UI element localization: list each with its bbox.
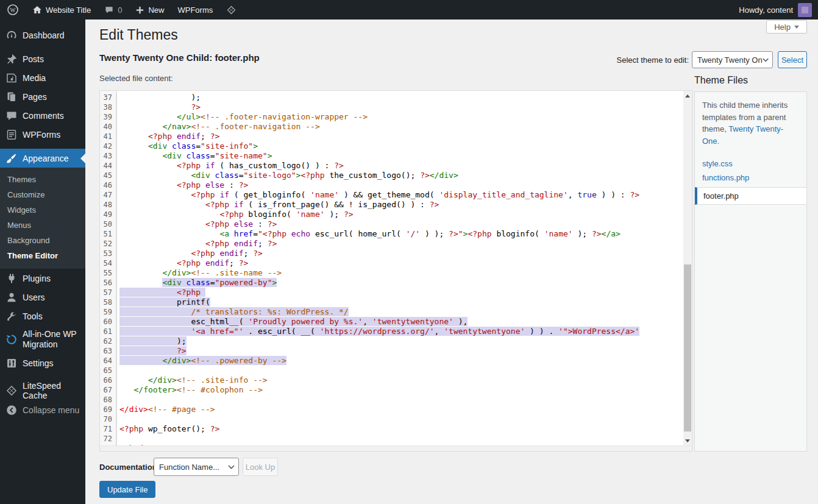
line-number: 48: [100, 200, 116, 210]
code-line[interactable]: 58 printf(: [100, 297, 683, 307]
code-line[interactable]: 49 <?php bloginfo( 'name' ); ?>: [100, 210, 683, 219]
sidebar-item-tools[interactable]: Tools: [0, 307, 85, 325]
theme-file-current-footer-php[interactable]: footer.php: [695, 187, 806, 205]
sidebar-item-users[interactable]: Users: [0, 288, 85, 307]
sidebar-item-pages[interactable]: Pages: [0, 87, 85, 106]
code-text: '<a href="' . esc_url( __( 'https://word…: [116, 327, 639, 336]
code-line[interactable]: 65: [100, 366, 683, 375]
help-button[interactable]: Help: [766, 20, 807, 34]
lookup-button[interactable]: Look Up: [243, 458, 278, 476]
sidebar-item-litespeed-cache[interactable]: LiteSpeed Cache: [0, 381, 85, 400]
sidebar-item-plugins[interactable]: Plugins: [0, 269, 85, 288]
new-content-menu[interactable]: New: [129, 0, 171, 20]
code-content[interactable]: 37 );38 ?>39 </ul><!-- .footer-navigatio…: [100, 93, 683, 446]
submenu-item-theme-editor[interactable]: Theme Editor: [0, 248, 85, 263]
code-line[interactable]: 43 <div class="site-name">: [100, 151, 683, 161]
code-text: <div class="site-logo"><?php the_custom_…: [116, 171, 458, 180]
scroll-up-arrow-icon[interactable]: [683, 91, 692, 99]
sidebar-item-media[interactable]: Media: [0, 68, 85, 87]
code-text: <div class="site-name">: [116, 151, 272, 161]
sidebar-item-collapse-menu[interactable]: Collapse menu: [0, 400, 85, 419]
update-file-button[interactable]: Update File: [99, 481, 155, 498]
code-text: <?php endif; ?>: [116, 258, 248, 268]
code-editor[interactable]: 37 );38 ?>39 </ul><!-- .footer-navigatio…: [99, 90, 692, 452]
sidebar-item-label: Settings: [23, 358, 54, 368]
code-line[interactable]: 64 </div><!-- .powered-by -->: [100, 356, 683, 366]
code-line[interactable]: 68: [100, 395, 683, 405]
sidebar-item-dashboard[interactable]: Dashboard: [0, 26, 85, 44]
code-line[interactable]: 69</div><!-- #page -->: [100, 405, 683, 414]
submenu-item-widgets[interactable]: Widgets: [0, 202, 85, 218]
theme-select[interactable]: Twenty Twenty One: [692, 51, 773, 68]
scrollbar-thumb[interactable]: [684, 264, 691, 431]
code-text: );: [116, 336, 187, 346]
code-line[interactable]: 51 <a href="<?php echo esc_url( home_url…: [100, 229, 683, 239]
code-line[interactable]: 50 <?php else : ?>: [100, 219, 683, 229]
code-line[interactable]: 44 <?php if ( has_custom_logo() ) : ?>: [100, 161, 683, 171]
submenu-item-themes[interactable]: Themes: [0, 172, 85, 187]
wpforms-menu[interactable]: WPForms: [171, 0, 219, 20]
code-line[interactable]: 41 <?php endif; ?>: [100, 132, 683, 141]
select-theme-button[interactable]: Select: [778, 51, 807, 68]
theme-file-link-style-css[interactable]: style.css: [695, 157, 806, 171]
sidebar-item-settings[interactable]: Settings: [0, 353, 85, 372]
code-line[interactable]: 48 <?php if ( is_front_page() && ! is_pa…: [100, 200, 683, 210]
line-number: 43: [100, 151, 116, 161]
code-line[interactable]: 71<?php wp_footer(); ?>: [100, 424, 683, 434]
theme-file-link-functions-php[interactable]: functions.php: [695, 171, 806, 185]
code-line[interactable]: 60 esc_html__( 'Proudly powered by %s.',…: [100, 317, 683, 327]
sidebar-item-comments[interactable]: Comments: [0, 106, 85, 125]
wp-logo-menu[interactable]: W: [0, 0, 26, 20]
sidebar-item-wpforms[interactable]: WPForms: [0, 125, 85, 144]
code-line[interactable]: 70: [100, 414, 683, 424]
sidebar-item-all-in-one-wp-migration[interactable]: All-in-One WP Migration: [0, 325, 85, 353]
code-line[interactable]: 72: [100, 434, 683, 444]
theme-files-panel: This child theme inherits templates from…: [694, 91, 807, 452]
comments-menu[interactable]: 0: [98, 0, 129, 20]
site-name-menu[interactable]: Website Title: [26, 0, 98, 20]
sidebar-item-appearance[interactable]: Appearance: [0, 149, 85, 168]
code-line[interactable]: 52 <?php endif; ?>: [100, 239, 683, 249]
sidebar-item-label: Dashboard: [23, 30, 65, 40]
code-line[interactable]: 59 /* translators: %s: WordPress. */: [100, 307, 683, 317]
submenu-item-customize[interactable]: Customize: [0, 187, 85, 202]
code-line[interactable]: 55 </div><!-- .site-name -->: [100, 268, 683, 278]
code-line[interactable]: 53 <?php endif; ?>: [100, 249, 683, 258]
code-line[interactable]: 37 );: [100, 93, 683, 102]
code-line[interactable]: 47 <?php if ( get_bloginfo( 'name' ) && …: [100, 190, 683, 200]
code-line[interactable]: 66 </div><!-- .site-info -->: [100, 375, 683, 385]
submenu-item-background[interactable]: Background: [0, 233, 85, 248]
code-line[interactable]: 45 <div class="site-logo"><?php the_cust…: [100, 171, 683, 180]
vertical-scrollbar[interactable]: [683, 91, 692, 446]
line-number: 64: [100, 356, 116, 366]
comment-icon: [5, 110, 18, 122]
code-text: [116, 366, 119, 375]
code-line[interactable]: 67 </footer><!-- #colophon -->: [100, 385, 683, 395]
sidebar-item-posts[interactable]: Posts: [0, 49, 85, 68]
diamond-icon: [5, 385, 18, 397]
code-line[interactable]: 56 <div class="powered-by">: [100, 278, 683, 288]
code-text: <div class="powered-by">: [116, 278, 277, 288]
code-line[interactable]: 54 <?php endif; ?>: [100, 258, 683, 268]
documentation-select[interactable]: Function Name...: [154, 458, 239, 476]
code-line[interactable]: 40 </nav><!-- .footer-navigation -->: [100, 122, 683, 132]
code-text: [116, 434, 119, 444]
code-line[interactable]: 62 );: [100, 336, 683, 346]
code-line[interactable]: 39 </ul><!-- .footer-navigation-wrapper …: [100, 112, 683, 122]
wpforms-label: WPForms: [177, 5, 213, 15]
selected-text: </div><!-- .powered-by -->: [119, 356, 286, 365]
brush-icon: [5, 152, 18, 165]
code-line[interactable]: 63 ?>: [100, 346, 683, 356]
code-line[interactable]: 38 ?>: [100, 102, 683, 112]
selected-text: /* translators: %s: WordPress. */: [119, 307, 349, 316]
litespeed-quicklink-menu[interactable]: [219, 0, 243, 20]
documentation-select-value: Function Name...: [159, 463, 219, 472]
submenu-item-menus[interactable]: Menus: [0, 218, 85, 233]
code-line[interactable]: 42 <div class="site-info">: [100, 141, 683, 151]
selected-text: ?>: [119, 346, 187, 355]
account-menu[interactable]: Howdy, content: [739, 3, 818, 17]
horizontal-scrollbar[interactable]: [100, 445, 692, 451]
code-line[interactable]: 61 '<a href="' . esc_url( __( 'https://w…: [100, 327, 683, 336]
code-line[interactable]: 57 <?php: [100, 288, 683, 297]
code-line[interactable]: 46 <?php else : ?>: [100, 180, 683, 190]
